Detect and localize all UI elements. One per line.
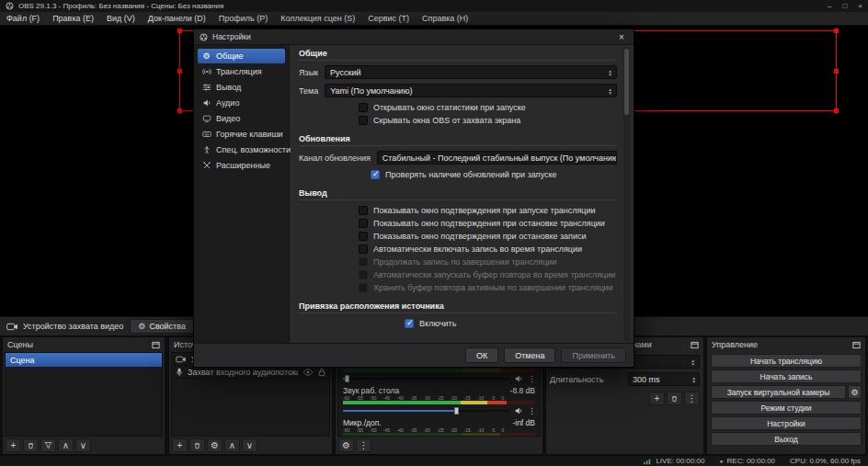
start-recording-button[interactable]: Начать запись	[711, 369, 862, 383]
channel-menu-icon[interactable]: ⋮	[528, 406, 535, 415]
checkbox-icon[interactable]	[359, 232, 368, 241]
add-source-button[interactable]: +	[172, 438, 188, 452]
resize-handle[interactable]	[834, 28, 839, 33]
channel-menu-icon[interactable]: ⋮	[528, 374, 535, 383]
dock-panel-icon[interactable]	[152, 341, 160, 349]
checkbox-auto-record-on-stream[interactable]: Автоматически включать запись во время т…	[359, 244, 617, 254]
move-source-down-button[interactable]: ∨	[242, 438, 257, 452]
menu-help[interactable]: Справка (H)	[416, 14, 474, 23]
visibility-eye-icon[interactable]	[303, 369, 314, 376]
menu-scene-collection[interactable]: Коллекция сцен (S)	[274, 14, 361, 23]
transition-menu-icon[interactable]: ⋮	[684, 392, 700, 405]
virtual-camera-settings-button[interactable]: ⚙	[848, 385, 862, 399]
checkbox-snapping-enable[interactable]: Включить	[405, 318, 617, 328]
titlebar: OBS 29.1.3 - Профиль: Без названия - Сце…	[0, 0, 868, 12]
checkbox-confirm-stop-stream[interactable]: Показывать окно подтверждения при остано…	[359, 218, 617, 228]
settings-nav-advanced[interactable]: Расширенные	[198, 158, 285, 173]
studio-mode-button[interactable]: Режим студии	[711, 401, 862, 415]
volume-slider[interactable]	[343, 404, 509, 416]
speaker-icon[interactable]	[514, 406, 523, 415]
checkbox-confirm-stop-record[interactable]: Показывать окно подтверждения при остано…	[359, 231, 617, 241]
settings-dialog-titlebar[interactable]: Настройки ×	[194, 29, 634, 45]
remove-transition-button[interactable]	[667, 392, 682, 405]
checkbox-check-updates[interactable]: Проверять наличие обновлений при запуске	[371, 169, 617, 179]
advanced-audio-button[interactable]: ⚙	[338, 438, 354, 452]
menu-edit[interactable]: Правка (Е)	[46, 14, 100, 23]
add-scene-button[interactable]: +	[6, 438, 21, 452]
settings-nav-output[interactable]: Вывод	[198, 80, 285, 95]
gear-icon: ⚙	[201, 51, 211, 61]
resize-handle[interactable]	[834, 69, 839, 74]
checkbox-confirm-start-stream[interactable]: Показывать окно подтверждения при запуск…	[359, 205, 617, 215]
checkbox-checked-icon[interactable]	[405, 319, 414, 328]
exit-button[interactable]: Выход	[711, 432, 862, 446]
maximize-button[interactable]: □	[842, 2, 847, 10]
resize-handle[interactable]	[177, 69, 182, 74]
update-channel-select[interactable]: Стабильный - Последний стабильный выпуск…	[377, 151, 617, 165]
scene-item-selected[interactable]: Сцена	[6, 353, 162, 367]
checkbox-icon[interactable]	[359, 206, 368, 215]
close-icon[interactable]: ×	[615, 32, 628, 42]
source-properties-button[interactable]: ⚙	[207, 438, 223, 452]
remove-scene-button[interactable]	[23, 438, 39, 452]
speaker-icon[interactable]	[514, 374, 523, 383]
move-scene-up-button[interactable]: ∧	[58, 438, 74, 452]
dock-panel-icon[interactable]	[852, 341, 861, 349]
settings-nav-video[interactable]: Видео	[198, 111, 285, 126]
move-scene-down-button[interactable]: ∨	[75, 438, 91, 452]
resize-handle[interactable]	[177, 108, 182, 113]
apply-button[interactable]: Применить	[561, 347, 626, 363]
controls-dock-title: Управление	[712, 340, 758, 349]
menu-profile[interactable]: Профиль (P)	[212, 14, 274, 23]
settings-nav-audio[interactable]: Аудио	[198, 96, 285, 110]
settings-scrollbar[interactable]	[623, 47, 630, 341]
lock-icon[interactable]	[318, 368, 326, 377]
scenes-dock-header[interactable]: Сцены	[3, 337, 165, 352]
checkbox-icon[interactable]	[359, 116, 368, 125]
resize-handle[interactable]	[834, 108, 839, 113]
cancel-button[interactable]: Отмена	[504, 347, 555, 363]
checkbox-icon[interactable]	[359, 219, 368, 228]
channel-name: Звук раб. стола	[343, 386, 399, 395]
checkbox-icon[interactable]	[359, 244, 368, 254]
menu-view[interactable]: Вид (V)	[100, 14, 142, 23]
checkbox-open-stats[interactable]: Открывать окно статистики при запуске	[359, 102, 617, 112]
settings-nav-hotkeys[interactable]: Горячие клавиши	[198, 127, 285, 142]
mixer-menu-icon[interactable]: ⋮	[356, 438, 371, 452]
dock-panel-icon[interactable]	[691, 341, 699, 349]
ok-button[interactable]: ОК	[465, 347, 498, 363]
volume-slider[interactable]	[343, 372, 509, 384]
source-row[interactable]: Захват входного аудиопотока	[172, 366, 329, 379]
language-select[interactable]: Русский ▴▾	[325, 65, 617, 79]
move-source-up-button[interactable]: ∧	[224, 438, 240, 452]
cpu-fps-text: CPU: 0.0%, 60.00 fps	[790, 457, 861, 465]
checkbox-checked-icon[interactable]	[371, 170, 380, 179]
start-streaming-button[interactable]: Начать трансляцию	[711, 354, 862, 368]
theme-select[interactable]: Yami (По умолчанию) ▴▾	[325, 84, 617, 97]
scrollbar-thumb[interactable]	[624, 49, 629, 115]
settings-nav-general[interactable]: ⚙ Общие	[198, 49, 285, 63]
menu-docks[interactable]: Док-панели (D)	[142, 14, 212, 23]
scene-filters-button[interactable]	[40, 438, 56, 452]
properties-button[interactable]: ⚙ Свойства	[130, 319, 194, 334]
checkbox-hide-from-capture[interactable]: Скрывать окна OBS от захвата экрана	[359, 115, 617, 125]
remove-source-button[interactable]	[189, 438, 205, 452]
minimize-button[interactable]: –	[828, 2, 831, 10]
settings-button[interactable]: Настройки	[711, 416, 862, 430]
menu-tools[interactable]: Сервис (T)	[361, 14, 416, 23]
settings-nav-accessibility[interactable]: Спец. возможности	[198, 142, 285, 157]
start-virtual-camera-button[interactable]: Запуск виртуальной камеры	[711, 385, 846, 399]
menu-file[interactable]: Файл (F)	[0, 14, 46, 23]
scenes-dock-title: Сцены	[7, 340, 33, 349]
close-window-button[interactable]: ×	[858, 2, 862, 10]
duration-spinner[interactable]: 300 ms ▴▾	[628, 372, 700, 386]
duration-label: Длительность	[550, 375, 603, 384]
settings-nav-stream[interactable]: Трансляция	[198, 64, 285, 79]
add-transition-button[interactable]: +	[649, 392, 665, 405]
language-value: Русский	[330, 68, 360, 77]
resize-handle[interactable]	[177, 28, 182, 33]
checkbox-label: Показывать окно подтверждения при остано…	[373, 232, 587, 241]
checkbox-icon[interactable]	[359, 103, 368, 112]
controls-dock-header[interactable]: Управление	[707, 337, 865, 352]
combo-arrows-icon: ▴▾	[691, 358, 694, 366]
